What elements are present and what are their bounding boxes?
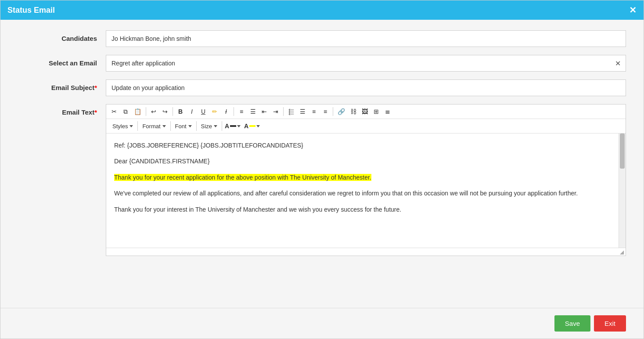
undo-button[interactable]: ↩ xyxy=(148,106,159,117)
font-dropdown[interactable]: Font xyxy=(172,121,195,131)
sep8 xyxy=(196,121,197,131)
scrollbar-thumb xyxy=(620,133,625,169)
email-subject-input[interactable] xyxy=(106,79,626,96)
email-editor: ✂ ⧉ 📋 ↩ ↪ B I U ✏ I ≡ ☰ xyxy=(106,104,626,256)
candidates-row: Candidates xyxy=(18,30,626,47)
highlight-a-icon: A xyxy=(244,123,248,130)
editor-toolbar-row2: Styles Format Font xyxy=(106,119,626,133)
link-button[interactable]: 🔗 xyxy=(335,106,347,117)
editor-content[interactable]: Ref: {JOBS.JOBREFERENCE} {JOBS.JOBTITLEF… xyxy=(106,133,619,248)
editor-line1: Ref: {JOBS.JOBREFERENCE} {JOBS.JOBTITLEF… xyxy=(114,141,611,150)
highlight-color-swatch xyxy=(249,125,255,127)
format-label: Format xyxy=(142,123,160,130)
font-chevron-icon xyxy=(188,125,192,127)
strikethrough-button[interactable]: I xyxy=(221,106,231,117)
sep7 xyxy=(170,121,171,131)
editor-content-area: Ref: {JOBS.JOBREFERENCE} {JOBS.JOBTITLEF… xyxy=(106,133,626,248)
save-button[interactable]: Save xyxy=(554,315,590,332)
editor-line5: Thank you for your interest in The Unive… xyxy=(114,205,611,214)
cut-button[interactable]: ✂ xyxy=(109,106,119,117)
editor-scrollbar[interactable] xyxy=(619,133,626,248)
editor-line3-highlighted: Thank you for your recent application fo… xyxy=(114,174,371,181)
redo-button[interactable]: ↪ xyxy=(160,106,170,117)
styles-label: Styles xyxy=(112,123,128,130)
modal-title: Status Email xyxy=(7,6,55,15)
special-chars-button[interactable]: ≣ xyxy=(382,106,393,117)
email-subject-row: Email Subject* xyxy=(18,79,626,96)
select-email-input[interactable] xyxy=(106,55,626,72)
format-chevron-icon xyxy=(162,125,166,127)
image-button[interactable]: 🖼 xyxy=(360,106,370,117)
modal-footer: Save Exit xyxy=(0,308,644,339)
email-editor-wrap: ✂ ⧉ 📋 ↩ ↪ B I U ✏ I ≡ ☰ xyxy=(106,104,626,256)
format-dropdown[interactable]: Format xyxy=(139,121,169,131)
align-left-button[interactable]: ⬱ xyxy=(286,106,296,117)
candidates-label: Candidates xyxy=(18,30,106,42)
select-email-row: Select an Email ✕ xyxy=(18,55,626,72)
align-center-button[interactable]: ☰ xyxy=(297,106,308,117)
sep6 xyxy=(137,121,138,131)
font-color-a-icon: A xyxy=(225,123,229,130)
email-subject-required: * xyxy=(94,84,97,91)
email-text-required: * xyxy=(94,108,97,116)
select-email-dropdown[interactable]: ✕ xyxy=(106,55,626,72)
table-button[interactable]: ⊞ xyxy=(371,106,381,117)
status-email-modal: Status Email ✕ Candidates Select an Emai… xyxy=(0,0,644,339)
sep4 xyxy=(283,107,284,116)
editor-line2: Dear {CANDIDATES.FIRSTNAME} xyxy=(114,156,611,166)
underline-button[interactable]: U xyxy=(198,106,209,117)
sep3 xyxy=(234,107,234,116)
modal-body: Candidates Select an Email ✕ Email Subje… xyxy=(0,20,644,308)
sep9 xyxy=(222,121,222,131)
highlight-color-button[interactable]: A xyxy=(242,121,262,131)
email-text-label: Email Text* xyxy=(18,104,106,116)
align-right-button[interactable]: ≡ xyxy=(309,106,319,117)
modal-header: Status Email ✕ xyxy=(0,0,644,20)
unlink-button[interactable]: ⛓ xyxy=(348,106,359,117)
editor-line4: We've completed our review of all applic… xyxy=(114,188,611,198)
unordered-list-button[interactable]: ☰ xyxy=(248,106,258,117)
highlight-button[interactable]: ✏ xyxy=(209,106,220,117)
highlight-color-chevron-icon xyxy=(256,125,260,127)
email-subject-label: Email Subject* xyxy=(18,79,106,91)
sep5 xyxy=(333,107,333,116)
indent-button[interactable]: ⇥ xyxy=(270,106,281,117)
editor-footer: ◢ xyxy=(106,248,626,256)
candidates-input[interactable] xyxy=(106,30,626,47)
exit-button[interactable]: Exit xyxy=(594,315,626,332)
resize-icon: ◢ xyxy=(620,249,624,255)
email-text-row: Email Text* ✂ ⧉ 📋 ↩ ↪ B I U xyxy=(18,104,626,256)
email-subject-wrap xyxy=(106,79,626,96)
editor-toolbar-row1: ✂ ⧉ 📋 ↩ ↪ B I U ✏ I ≡ ☰ xyxy=(106,105,626,119)
paste-button[interactable]: 📋 xyxy=(132,106,144,117)
sep1 xyxy=(146,107,146,116)
clear-email-button[interactable]: ✕ xyxy=(615,59,621,68)
select-email-wrap: ✕ xyxy=(106,55,626,72)
italic-button[interactable]: I xyxy=(187,106,197,117)
font-color-button[interactable]: A xyxy=(223,121,242,131)
candidates-field-wrap xyxy=(106,30,626,47)
size-chevron-icon xyxy=(214,125,217,127)
copy-button[interactable]: ⧉ xyxy=(120,106,131,117)
justify-button[interactable]: ≡ xyxy=(320,106,331,117)
font-color-swatch xyxy=(230,125,236,127)
font-label: Font xyxy=(175,123,187,130)
select-email-label: Select an Email xyxy=(18,55,106,67)
size-dropdown[interactable]: Size xyxy=(198,121,221,131)
close-button[interactable]: ✕ xyxy=(629,5,637,15)
sep2 xyxy=(173,107,173,116)
size-label: Size xyxy=(201,123,212,130)
styles-chevron-icon xyxy=(130,125,133,127)
outdent-button[interactable]: ⇤ xyxy=(259,106,270,117)
bold-button[interactable]: B xyxy=(175,106,186,117)
editor-line3: Thank you for your recent application fo… xyxy=(114,173,611,182)
ordered-list-button[interactable]: ≡ xyxy=(236,106,247,117)
font-color-chevron-icon xyxy=(237,125,241,127)
styles-dropdown[interactable]: Styles xyxy=(109,121,137,131)
